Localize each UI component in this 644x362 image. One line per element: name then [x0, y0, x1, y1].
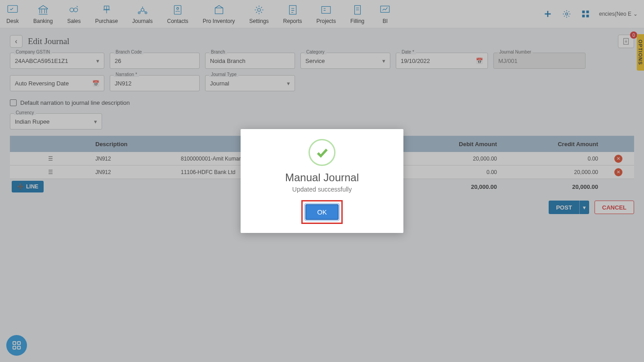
modal-subtitle: Updated successfully — [250, 186, 394, 193]
modal-title: Manual Journal — [250, 171, 394, 184]
success-modal: Manual Journal Updated successfully OK — [241, 129, 403, 233]
modal-overlay: Manual Journal Updated successfully OK — [0, 0, 644, 362]
ok-highlight: OK — [301, 200, 343, 224]
ok-button[interactable]: OK — [305, 204, 339, 220]
check-circle-icon — [309, 139, 335, 166]
